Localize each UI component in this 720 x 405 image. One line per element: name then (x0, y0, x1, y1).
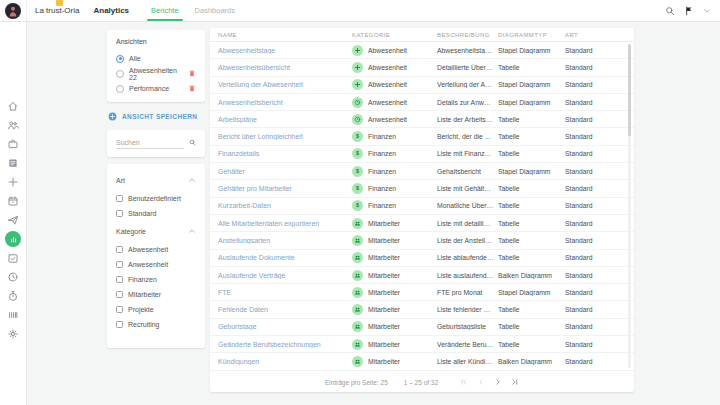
checkbox-option[interactable]: Abwesenheit (116, 242, 196, 257)
search-icon[interactable] (665, 6, 675, 16)
table-row[interactable]: Kurzarbeit-Daten$FinanzenMonatliche Über… (210, 198, 634, 215)
table-row[interactable]: ArbeitspläneAnwesenheitListe der Arbeits… (210, 111, 634, 128)
table-row[interactable]: Geänderte BerufsbezeichnungenMitarbeiter… (210, 336, 634, 353)
scrollbar-thumb[interactable] (628, 44, 631, 136)
briefcase-icon[interactable] (7, 138, 19, 150)
per-page-control[interactable]: Einträge pro Seite: 25 (325, 379, 388, 386)
analytics-icon[interactable] (5, 231, 21, 247)
trash-icon[interactable] (188, 84, 196, 93)
save-view-button[interactable]: ANSICHT SPEICHERN (108, 112, 205, 121)
report-name-link[interactable]: Geänderte Berufsbezeichnungen (210, 341, 352, 348)
report-name-link[interactable]: Verteilung der Abwesenheit (210, 81, 352, 88)
report-name-link[interactable]: Gehälter (210, 168, 352, 175)
table-row[interactable]: Gehälter pro Mitarbeiter$FinanzenListe m… (210, 180, 634, 197)
table-row[interactable]: Finanzdetails$FinanzenListe mit Finanzde… (210, 146, 634, 163)
report-name-link[interactable]: Abwesenheitstage (210, 47, 352, 54)
calendar-icon[interactable] (7, 195, 19, 207)
report-category: Abwesenheit (352, 62, 437, 73)
report-name-link[interactable]: Abwesenheitsübersicht (210, 64, 352, 71)
report-name-link[interactable]: Anwesenheitsbericht (210, 99, 352, 106)
dollar-category-icon: $ (352, 148, 363, 159)
radio-button[interactable] (116, 70, 124, 78)
checkbox-option[interactable]: Anwesenheit (116, 257, 196, 272)
dollar-category-icon: $ (352, 183, 363, 194)
users-icon[interactable] (7, 119, 19, 131)
gear-icon[interactable] (7, 328, 19, 340)
clock-icon[interactable] (7, 271, 19, 283)
checkbox[interactable] (116, 210, 123, 217)
report-name-link[interactable]: Arbeitspläne (210, 116, 352, 123)
paper-plane-icon[interactable] (7, 214, 19, 226)
view-option[interactable]: Performance (116, 81, 196, 96)
tab-dashboards[interactable]: Dashboards (187, 0, 243, 21)
report-name-link[interactable]: Gehälter pro Mitarbeiter (210, 185, 352, 192)
checkbox[interactable] (116, 195, 123, 202)
section-header[interactable]: Art (116, 176, 196, 184)
report-name-link[interactable]: FTE (210, 289, 352, 296)
chevron-down-icon[interactable] (703, 7, 711, 15)
table-row[interactable]: AnstellungsartenMitarbeiterListe der Ans… (210, 232, 634, 249)
barcode-icon[interactable] (7, 309, 19, 321)
checkbox[interactable] (116, 306, 123, 313)
table-row[interactable]: Verteilung der AbwesenheitAbwesenheitVer… (210, 77, 634, 94)
checkbox[interactable] (116, 261, 123, 268)
report-name-link[interactable]: Fehlende Daten (210, 306, 352, 313)
news-icon[interactable] (7, 157, 19, 169)
dollar-category-icon: $ (352, 131, 363, 142)
table-row[interactable]: Fehlende DatenMitarbeiterListe fehlender… (210, 301, 634, 318)
tab-berichte[interactable]: Berichte (143, 0, 187, 21)
calendar-check-icon[interactable] (7, 252, 19, 264)
table-row[interactable]: GeburtstageMitarbeiterGeburtstagslisteTa… (210, 319, 634, 336)
checkbox-option[interactable]: Standard (116, 206, 196, 221)
radio-button[interactable] (116, 85, 124, 93)
trash-icon[interactable] (188, 69, 196, 78)
last-page-button[interactable] (511, 378, 519, 386)
checkbox-option[interactable]: Projekte (116, 302, 196, 317)
report-name-link[interactable]: Auslaufende Dokumente (210, 254, 352, 261)
org-icon[interactable] (7, 176, 19, 188)
table-row[interactable]: Gehälter$FinanzenGehaltsberichtStapel Di… (210, 163, 634, 180)
table-row[interactable]: Alle Mitarbeiterdaten exportierenMitarbe… (210, 215, 634, 232)
home-icon[interactable] (7, 100, 19, 112)
checkbox-option[interactable]: Mitarbeiter (116, 287, 196, 302)
company-logo[interactable] (0, 0, 27, 21)
table-row[interactable]: Auslaufende VerträgeMitarbeiterListe aus… (210, 267, 634, 284)
view-option[interactable]: Alle (116, 51, 196, 66)
previous-page-button[interactable] (477, 378, 485, 386)
first-page-button[interactable] (460, 378, 468, 386)
report-name-link[interactable]: Kündigungen (210, 358, 352, 365)
table-row[interactable]: Bericht über Lohngleichheit$FinanzenBeri… (210, 128, 634, 145)
report-name-link[interactable]: Geburtstage (210, 323, 352, 330)
checkbox-option[interactable]: Recruiting (116, 317, 196, 332)
people-category-icon (352, 235, 363, 246)
save-view-label: ANSICHT SPEICHERN (122, 113, 197, 120)
report-name-link[interactable]: Finanzdetails (210, 150, 352, 157)
checkbox[interactable] (116, 291, 123, 298)
table-row[interactable]: FTEMitarbeiterFTE pro MonatStapel Diagra… (210, 284, 634, 301)
view-option[interactable]: Abwesenheiten 22 (116, 66, 196, 81)
table-row[interactable]: AbwesenheitsübersichtAbwesenheitDetailli… (210, 59, 634, 76)
checkbox[interactable] (116, 246, 123, 253)
report-name-link[interactable]: Auslaufende Verträge (210, 272, 352, 279)
report-name-link[interactable]: Anstellungsarten (210, 237, 352, 244)
report-name-link[interactable]: Bericht über Lohngleichheit (210, 133, 352, 140)
section-header[interactable]: Kategorie (116, 227, 196, 235)
table-row[interactable]: AnwesenheitsberichtAnwesenheitDetails zu… (210, 94, 634, 111)
report-name-link[interactable]: Alle Mitarbeiterdaten exportieren (210, 220, 352, 227)
next-page-button[interactable] (494, 378, 502, 386)
table-scrollbar[interactable] (628, 44, 631, 368)
table-row[interactable]: Auslaufende DokumenteMitarbeiterListe ab… (210, 250, 634, 267)
checkbox-label: Benutzerdefiniert (128, 195, 181, 202)
checkbox-option[interactable]: Finanzen (116, 272, 196, 287)
flag-icon[interactable] (684, 6, 694, 16)
radio-button[interactable] (116, 55, 124, 63)
table-row[interactable]: KündigungenMitarbeiterListe aller Kündig… (210, 353, 634, 370)
search-icon[interactable] (189, 138, 196, 147)
report-name-link[interactable]: Kurzarbeit-Daten (210, 202, 352, 209)
stopwatch-icon[interactable] (7, 290, 19, 302)
checkbox-option[interactable]: Benutzerdefiniert (116, 191, 196, 206)
table-row[interactable]: AbwesenheitstageAbwesenheitAbwesenheitst… (210, 42, 634, 59)
checkbox[interactable] (116, 276, 123, 283)
search-input[interactable] (116, 137, 184, 149)
checkbox[interactable] (116, 321, 123, 328)
